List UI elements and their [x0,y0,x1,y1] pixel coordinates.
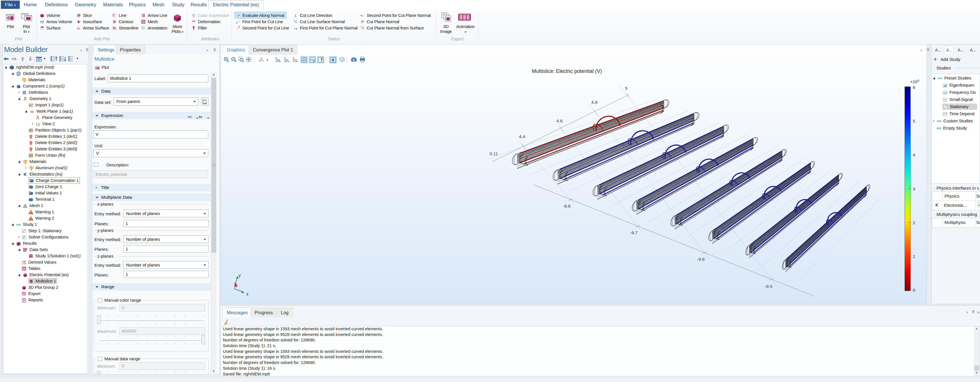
svg-text:y: y [239,273,241,277]
svg-text:8.85: 8.85 [22,260,26,263]
svg-text:-9.8: -9.8 [563,204,571,208]
svg-text:-9.6: -9.6 [697,257,705,262]
svg-text:D: D [29,191,30,193]
svg-text:xy: xy [38,123,40,125]
svg-text:×105: ×105 [910,79,920,84]
svg-text:x: x [234,281,237,285]
svg-text:3: 3 [913,186,915,191]
svg-text:0: 0 [913,288,915,293]
svg-text:0.11: 0.11 [489,151,498,156]
svg-text:2: 2 [913,220,915,225]
svg-text:T: T [142,27,144,29]
svg-text:1: 1 [913,254,915,259]
svg-text:4.4: 4.4 [519,134,525,139]
svg-text:5: 5 [913,119,915,124]
svg-text:Multislice: Electric potential: Multislice: Electric potential (V) [532,68,602,74]
svg-text:5: 5 [625,86,628,90]
svg-text:z: z [246,292,248,296]
svg-text:4.8: 4.8 [591,100,598,105]
svg-text:D: D [30,179,31,181]
svg-text:D: D [29,185,30,187]
svg-text:4: 4 [913,152,915,157]
svg-text:6: 6 [913,85,915,90]
svg-text:-9.5: -9.5 [765,284,773,289]
svg-text:-9.7: -9.7 [630,230,638,235]
svg-text:4.6: 4.6 [556,118,563,123]
svg-text:e-12: e-12 [22,263,26,265]
